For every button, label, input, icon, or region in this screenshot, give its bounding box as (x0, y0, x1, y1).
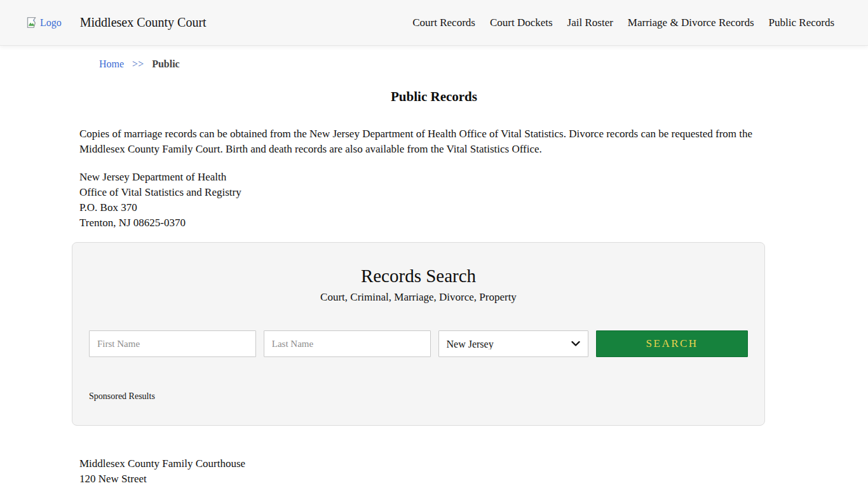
page-title: Public Records (79, 89, 789, 105)
sponsored-results-label: Sponsored Results (89, 391, 748, 402)
breadcrumb: Home >> Public (79, 58, 789, 70)
main-nav: Court Records Court Dockets Jail Roster … (412, 17, 834, 29)
address-line: Office of Vital Statistics and Registry (79, 185, 789, 200)
state-select-wrap: New Jersey (438, 330, 589, 357)
records-search-title: Records Search (89, 266, 748, 287)
first-name-input[interactable] (89, 330, 256, 357)
address-line: New Jersey Department of Health (79, 170, 789, 185)
brand: Logo Middlesex County Court (25, 15, 207, 30)
address-line: Middlesex County Family Courthouse (79, 456, 789, 471)
state-select[interactable]: New Jersey (438, 330, 589, 357)
search-button[interactable]: SEARCH (596, 330, 748, 357)
header: Logo Middlesex County Court Court Record… (0, 0, 868, 46)
records-search-subtitle: Court, Criminal, Marriage, Divorce, Prop… (89, 291, 748, 304)
nav-marriage-divorce-records[interactable]: Marriage & Divorce Records (628, 17, 754, 29)
site-title: Middlesex County Court (80, 15, 207, 30)
breadcrumb-current: Public (152, 58, 180, 69)
logo-alt-text: Logo (40, 18, 62, 29)
nav-court-dockets[interactable]: Court Dockets (490, 17, 553, 29)
breadcrumb-separator: >> (132, 58, 144, 69)
search-form-row: New Jersey SEARCH (89, 330, 748, 357)
vital-statistics-address: New Jersey Department of Health Office o… (79, 170, 789, 231)
logo-broken-image[interactable]: Logo (25, 16, 62, 29)
nav-public-records[interactable]: Public Records (769, 17, 834, 29)
broken-image-icon (25, 16, 39, 29)
courthouse-address: Middlesex County Family Courthouse 120 N… (79, 456, 789, 487)
breadcrumb-home-link[interactable]: Home (99, 58, 124, 69)
address-line: 120 New Street (79, 471, 789, 487)
intro-paragraph: Copies of marriage records can be obtain… (79, 126, 789, 157)
nav-jail-roster[interactable]: Jail Roster (567, 17, 613, 29)
address-line: Trenton, NJ 08625-0370 (79, 215, 789, 231)
main-content: Home >> Public Public Records Copies of … (79, 58, 789, 487)
nav-court-records[interactable]: Court Records (412, 17, 475, 29)
address-line: P.O. Box 370 (79, 200, 789, 215)
records-search-panel: Records Search Court, Criminal, Marriage… (72, 242, 765, 426)
last-name-input[interactable] (264, 330, 431, 357)
